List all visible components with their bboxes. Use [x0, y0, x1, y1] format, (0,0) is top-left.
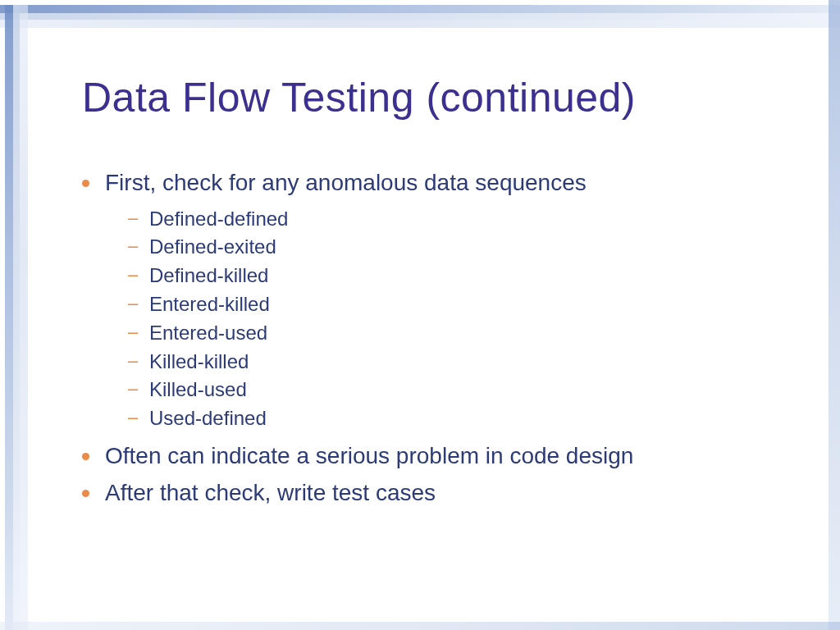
sub-list-item: Defined-killed — [149, 262, 791, 290]
bullet-list: First, check for any anomalous data sequ… — [82, 167, 791, 509]
bullet-text: Often can indicate a serious problem in … — [105, 443, 633, 468]
sub-list-item: Entered-used — [149, 319, 791, 348]
list-item: Often can indicate a serious problem in … — [105, 440, 791, 473]
list-item: First, check for any anomalous data sequ… — [105, 167, 791, 433]
bullet-text: First, check for any anomalous data sequ… — [105, 170, 587, 195]
sub-list-item: Entered-killed — [149, 290, 791, 319]
bullet-text: After that check, write test cases — [105, 480, 436, 505]
sub-list-item: Defined-defined — [149, 205, 791, 234]
sub-list-item: Used-defined — [149, 404, 791, 433]
sub-list-item: Killed-used — [149, 376, 791, 404]
slide-content: Data Flow Testing (continued) First, che… — [82, 74, 791, 513]
list-item: After that check, write test cases — [105, 477, 791, 510]
sub-list-item: Killed-killed — [149, 348, 791, 377]
sub-list-item: Defined-exited — [149, 233, 791, 262]
sub-bullet-list: Defined-defined Defined-exited Defined-k… — [105, 205, 791, 433]
slide-title: Data Flow Testing (continued) — [82, 74, 791, 121]
